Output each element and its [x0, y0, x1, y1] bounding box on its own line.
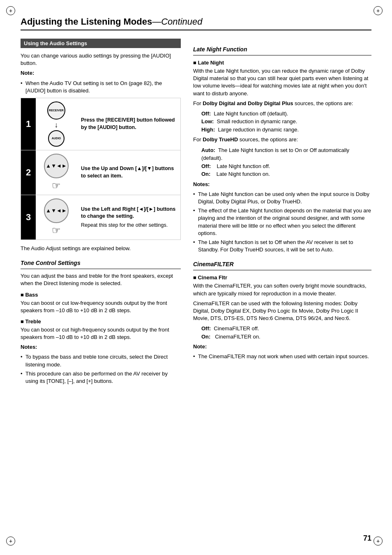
- late-night-divider: [193, 55, 371, 55]
- step-3-row: 3 ▲▼◄► ☞ Use the Left and Right [◄]/[►] …: [21, 195, 180, 240]
- audio-settings-intro: You can change various audio settings by…: [21, 52, 181, 67]
- late-night-note-2: The effect of the Late Night function de…: [193, 207, 371, 237]
- cinema-filter-divider: [193, 270, 371, 270]
- receiver-button: RECEIVER: [47, 101, 65, 120]
- step-3-number: 3: [21, 195, 36, 240]
- nav-button-2: ▲▼◄►: [44, 154, 69, 178]
- treble-text: You can boost or cut high-frequency soun…: [21, 326, 181, 341]
- dolby-truehd-opt-3: On: Late Night function on.: [201, 170, 371, 178]
- step-2-nav: ▲▼◄► ☞: [44, 154, 69, 191]
- cinema-filter-note-label: Note:: [193, 343, 371, 350]
- hand-icon-3: ☞: [52, 225, 61, 236]
- page-container: Adjusting the Listening Modes—Continued …: [0, 0, 392, 555]
- tone-note-2: This procedure can also be performed on …: [21, 370, 181, 385]
- steps-area: 1 RECEIVER ↓ AUDIO Press the [RECEIVER] …: [21, 98, 181, 240]
- cinema-filter-modes: CinemaFILTER can be used with the follow…: [193, 300, 371, 322]
- cinema-filter-note-1: The CinemaFILTER may not work when used …: [193, 353, 371, 360]
- bass-title: Bass: [21, 292, 181, 298]
- hand-icon-2: ☞: [52, 180, 61, 191]
- left-column: Using the Audio Settings You can change …: [21, 39, 181, 388]
- dolby-truehd-options: Auto: The Late Night function is set to …: [193, 146, 371, 178]
- step-2-text: Use the Up and Down [▲]/[▼] buttons to s…: [77, 162, 180, 183]
- page-number: 71: [363, 534, 371, 543]
- late-night-note-3: The Late Night function is set to Off wh…: [193, 239, 371, 253]
- step-1-text: Press the [RECEIVER] button followed by …: [77, 113, 180, 134]
- main-content: Using the Audio Settings You can change …: [21, 39, 371, 388]
- page-title: Adjusting the Listening Modes—Continued: [21, 16, 371, 30]
- tone-notes-label: Notes:: [21, 343, 181, 351]
- step-1-row: 1 RECEIVER ↓ AUDIO Press the [RECEIVER] …: [21, 98, 180, 150]
- cinema-filter-notes-list: The CinemaFILTER may not work when used …: [193, 353, 371, 360]
- step-2-number: 2: [21, 150, 36, 195]
- cinema-filter-options: Off: CinemaFILTER off. On: CinemaFILTER …: [193, 325, 371, 341]
- arrow-down-icon: ↓: [55, 121, 58, 129]
- after-steps-text: The Audio Adjust settings are explained …: [21, 245, 181, 252]
- late-night-note-1: The Late Night function can be used only…: [193, 191, 371, 205]
- late-night-intro: With the Late Night function, you can re…: [193, 67, 371, 97]
- dolby-truehd-opt-2: Off: Late Night function off.: [201, 162, 371, 170]
- dolby-truehd-opt-1: Auto: The Late Night function is set to …: [201, 146, 371, 162]
- right-column: Late Night Function Late Night With the …: [193, 39, 371, 388]
- corner-mark-tr: [374, 6, 386, 18]
- late-night-notes-list: The Late Night function can be used only…: [193, 191, 371, 254]
- dolby-dd-intro: For Dolby Digital and Dolby Digital Plus…: [193, 100, 371, 107]
- corner-mark-bl: [6, 537, 18, 549]
- bass-text: You can boost or cut low-frequency sound…: [21, 299, 181, 314]
- corner-mark-tl: [6, 6, 18, 18]
- nav-button-3: ▲▼◄►: [44, 198, 69, 223]
- audio-button: AUDIO: [48, 130, 65, 147]
- cinema-filter-opt-1: Off: CinemaFILTER off.: [201, 325, 371, 333]
- audio-notes: When the Audio TV Out setting is set to …: [21, 80, 181, 94]
- dolby-dd-opt-1: Off: Late Night function off (default).: [201, 110, 371, 118]
- cinema-filter-subsection-title: Cinema Fltr: [193, 274, 371, 281]
- late-night-notes-label: Notes:: [193, 181, 371, 188]
- step-3-subtext: Repeat this step for the other settings.: [81, 222, 176, 229]
- dolby-truehd-intro: For Dolby TrueHD sources, the options ar…: [193, 136, 371, 143]
- step-3-nav: ▲▼◄► ☞: [44, 198, 69, 236]
- audio-settings-header: Using the Audio Settings: [21, 39, 181, 48]
- late-night-subsection-title: Late Night: [193, 60, 371, 66]
- step-2-row: 2 ▲▼◄► ☞ Use the Up and Down [▲]/[▼] but…: [21, 150, 180, 195]
- audio-note-item: When the Audio TV Out setting is set to …: [21, 80, 181, 94]
- cinema-filter-opt-2: On: CinemaFILTER on.: [201, 333, 371, 341]
- step-2-image: ▲▼◄► ☞: [36, 150, 77, 195]
- tone-note-1: To bypass the bass and treble tone circu…: [21, 353, 181, 368]
- corner-mark-br: [374, 537, 386, 549]
- treble-title: Treble: [21, 318, 181, 325]
- tone-intro: You can adjust the bass and treble for t…: [21, 272, 181, 287]
- step-1-number: 1: [21, 98, 36, 150]
- step-3-image: ▲▼◄► ☞: [36, 195, 77, 240]
- tone-divider: [21, 269, 181, 269]
- cinema-filter-section-title: CinemaFILTER: [193, 261, 371, 267]
- dolby-dd-options: Off: Late Night function off (default). …: [193, 110, 371, 134]
- step-1-buttons: RECEIVER ↓ AUDIO: [47, 101, 65, 147]
- cinema-filter-intro: With the CinemaFILTER, you can soften ov…: [193, 282, 371, 297]
- step-1-image: RECEIVER ↓ AUDIO: [36, 98, 77, 150]
- late-night-section-title: Late Night Function: [193, 46, 371, 53]
- tone-control-title: Tone Control Settings: [21, 260, 181, 266]
- step-3-text: Use the Left and Right [◄]/[►] buttons t…: [77, 203, 180, 233]
- dolby-dd-opt-2: Low: Small reduction in dynamic range.: [201, 117, 371, 126]
- audio-note-label: Note:: [21, 69, 181, 77]
- tone-notes-list: To bypass the bass and treble tone circu…: [21, 353, 181, 385]
- dolby-dd-opt-3: High: Large reduction in dynamic range.: [201, 126, 371, 134]
